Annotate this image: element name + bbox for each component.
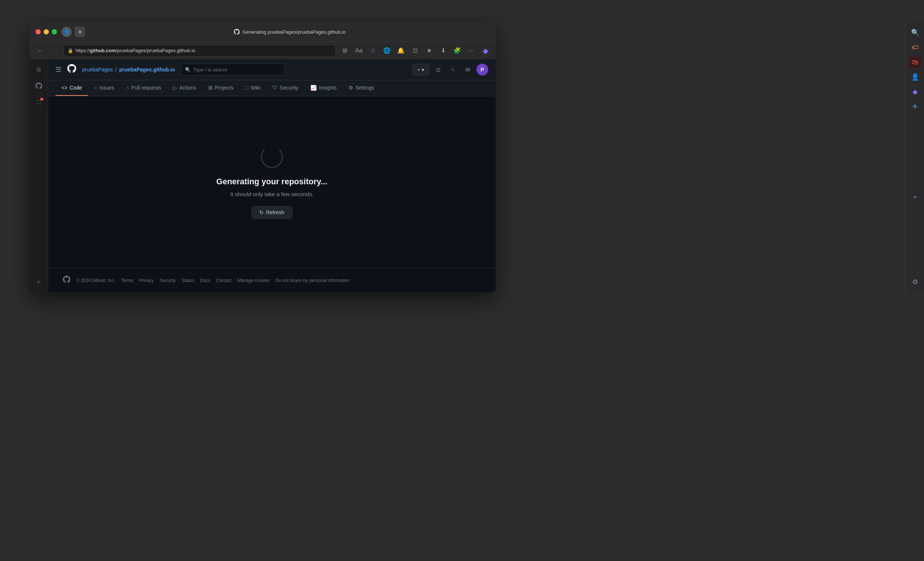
tab-switcher-icon[interactable]: ⧉	[75, 27, 85, 37]
lock-icon: 🔒	[68, 48, 73, 53]
title-bar-left: 👤 ⧉	[62, 27, 85, 37]
refresh-icon: ↻	[259, 209, 264, 215]
tab-pull-requests[interactable]: ⑃ Pull requests	[120, 80, 167, 96]
address-protocol: https://	[75, 48, 90, 53]
address-bar[interactable]: 🔒 https://github.com/pruebaPages/pruebaP…	[64, 45, 336, 57]
maximize-button[interactable]	[52, 29, 57, 35]
github-header: ☰ pruebaPages / pruebaPages.github.io 🔍 …	[48, 59, 496, 80]
address-path: /pruebaPages/pruebaPages.github.io	[116, 48, 195, 53]
title-bar-center: Generating pruebaPages/pruebaPages.githu…	[90, 29, 490, 35]
header-actions: + ▾ ⊙ ⑃ ✉ P	[412, 64, 488, 75]
tab-security[interactable]: 🛡 Security	[266, 80, 304, 96]
extension1-button[interactable]: 🌐	[381, 45, 393, 57]
footer-links: Terms Privacy Security Status Docs Conta…	[122, 278, 350, 283]
projects-tab-label: Projects	[215, 85, 234, 91]
new-button-label: ▾	[422, 67, 424, 72]
traffic-lights	[36, 29, 57, 35]
tab-projects[interactable]: ⊞ Projects	[202, 80, 240, 96]
favorites-button[interactable]: ★	[423, 45, 435, 57]
ext-shop-icon[interactable]: 🛍	[909, 56, 921, 68]
navigation-bar: ← → 🔒 https://github.com/pruebaPages/pru…	[30, 41, 496, 59]
github-logo[interactable]	[68, 64, 76, 75]
footer-logo	[63, 276, 70, 285]
wiki-tab-label: Wiki	[251, 85, 260, 91]
settings-tab-icon: ⚙	[348, 85, 353, 91]
extension2-button[interactable]: 🔔	[395, 45, 407, 57]
search-bar[interactable]: 🔍 Type / to search	[181, 64, 285, 75]
profile-icon[interactable]: 👤	[62, 27, 72, 37]
copilot-button[interactable]: ◆	[479, 45, 491, 57]
ext-settings-icon[interactable]: ⚙	[909, 276, 921, 288]
actions-tab-label: Actions	[179, 85, 196, 91]
footer-terms[interactable]: Terms	[122, 278, 134, 283]
ext-search-icon[interactable]: 🔍	[909, 27, 921, 39]
sidebar-add-icon[interactable]: +	[33, 276, 45, 288]
github-main-content: ☰ pruebaPages / pruebaPages.github.io 🔍 …	[48, 59, 496, 292]
issues-icon-button[interactable]: ⊙	[432, 64, 444, 75]
extensions-button[interactable]: 🧩	[451, 45, 463, 57]
downloads-button[interactable]: ⬇	[437, 45, 449, 57]
repo-breadcrumb: pruebaPages / pruebaPages.github.io	[82, 66, 175, 74]
repo-owner[interactable]: pruebaPages	[82, 67, 113, 72]
sidebar-copy-icon[interactable]: ⧉	[33, 64, 45, 75]
pull-requests-icon-button[interactable]: ⑃	[447, 64, 459, 75]
split-view-button[interactable]: ⊡	[409, 45, 421, 57]
minimize-button[interactable]	[44, 29, 49, 35]
repo-navigation: <> Code ○ Issues ⑃ Pull requests ▷ Actio…	[48, 80, 496, 96]
footer-docs[interactable]: Docs	[200, 278, 210, 283]
hamburger-menu-button[interactable]: ☰	[56, 66, 62, 74]
forward-button[interactable]: →	[49, 45, 61, 57]
footer-do-not-share[interactable]: Do not share my personal information	[276, 278, 350, 283]
ext-add-icon[interactable]: +	[909, 192, 921, 203]
user-avatar[interactable]: P	[476, 64, 488, 75]
generating-title: Generating your repository...	[216, 177, 327, 186]
ext-user-icon[interactable]: 👤	[909, 71, 921, 83]
inbox-icon-button[interactable]: ✉	[462, 64, 474, 75]
browser-left-sidebar: ⧉ □ +	[30, 59, 48, 292]
sidebar-notification-icon[interactable]: □	[33, 96, 45, 108]
footer-security[interactable]: Security	[160, 278, 176, 283]
sidebar-github-icon[interactable]	[33, 80, 45, 92]
back-button[interactable]: ←	[34, 45, 46, 57]
pull-requests-tab-label: Pull requests	[131, 85, 161, 91]
refresh-label: Refresh	[266, 209, 284, 215]
browser-window: 👤 ⧉ Generating pruebaPages/pruebaPages.g…	[30, 22, 496, 292]
ext-tag-icon[interactable]: 🏷	[909, 41, 921, 53]
security-tab-icon: 🛡	[272, 85, 278, 91]
footer-copyright: © 2024 GitHub, Inc.	[76, 278, 116, 283]
more-options-button[interactable]: ···	[465, 45, 477, 57]
projects-tab-icon: ⊞	[208, 85, 213, 91]
footer-privacy[interactable]: Privacy	[139, 278, 153, 283]
spinner-container: Generating your repository... It should …	[216, 146, 327, 219]
generating-subtitle: It should only take a few seconds.	[230, 191, 313, 197]
settings-tab-label: Settings	[356, 85, 374, 91]
tab-wiki[interactable]: □ Wiki	[239, 80, 266, 96]
tab-issues[interactable]: ○ Issues	[88, 80, 120, 96]
footer-manage-cookies[interactable]: Manage cookies	[237, 278, 270, 283]
tab-overview-button[interactable]: ⊞	[339, 45, 351, 57]
ext-copilot-icon[interactable]: ◆	[909, 86, 921, 98]
bookmark-button[interactable]: ☆	[367, 45, 379, 57]
code-tab-icon: <>	[62, 85, 68, 91]
browser-content: ⧉ □ + ☰	[30, 59, 496, 292]
tab-code[interactable]: <> Code	[56, 80, 88, 96]
footer-contact[interactable]: Contact	[216, 278, 231, 283]
content-area: Generating your repository... It should …	[48, 96, 496, 268]
github-favicon-icon	[234, 29, 240, 35]
tab-actions[interactable]: ▷ Actions	[167, 80, 202, 96]
issues-tab-label: Issues	[99, 85, 114, 91]
extensions-sidebar: 🔍 🏷 🛍 👤 ◆ ✈ + ⚙	[906, 22, 924, 292]
ext-telegram-icon[interactable]: ✈	[909, 101, 921, 113]
new-button[interactable]: + ▾	[412, 64, 429, 75]
security-tab-label: Security	[280, 85, 298, 91]
tab-insights[interactable]: 📈 Insights	[304, 80, 342, 96]
desktop: 👤 ⧉ Generating pruebaPages/pruebaPages.g…	[0, 0, 924, 561]
title-bar: 👤 ⧉ Generating pruebaPages/pruebaPages.g…	[30, 22, 496, 41]
close-button[interactable]	[36, 29, 41, 35]
repo-name[interactable]: pruebaPages.github.io	[119, 67, 175, 72]
tab-settings[interactable]: ⚙ Settings	[342, 80, 380, 96]
reader-mode-button[interactable]: Aa	[353, 45, 365, 57]
footer-status[interactable]: Status	[182, 278, 194, 283]
refresh-button[interactable]: ↻ Refresh	[252, 206, 292, 219]
insights-tab-icon: 📈	[310, 85, 316, 91]
